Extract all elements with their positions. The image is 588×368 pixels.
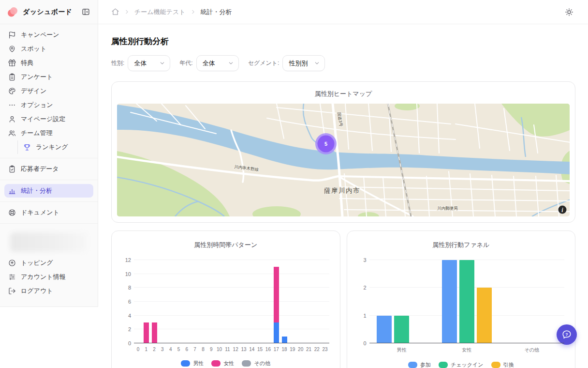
filter-bar: 性別:全体年代:全体セグメント:性別別 (111, 55, 575, 71)
map-label-poi: 川内郵便局 (437, 206, 458, 211)
bar-1-女性[interactable] (144, 322, 149, 343)
trophy-icon (23, 143, 31, 151)
sidebar-header: ダッシュボード (0, 0, 98, 24)
sidebar-item-campaign[interactable]: キャンペーン (4, 28, 93, 42)
bar-女性-参加[interactable] (442, 260, 457, 343)
x-tick-label: 20 (296, 347, 305, 352)
legend-item-チェックイン[interactable]: チェックイン (439, 361, 484, 368)
time-pattern-chart: 0246810120123456789101112131415161718192… (119, 260, 332, 367)
sidebar-item-ranking[interactable]: ランキング (17, 140, 93, 154)
page-title: 属性別行動分析 (111, 36, 575, 47)
y-tick-label: 4 (118, 313, 131, 319)
legend-label: 女性 (223, 360, 234, 367)
x-tick-label: 女性 (434, 347, 500, 353)
sidebar-item-label: 応募者データ (21, 165, 59, 173)
heatmap-card: 属性別ヒートマップ (111, 81, 575, 223)
y-tick-label: 1 (354, 313, 367, 319)
bars-layer (134, 260, 329, 343)
sidebar-item-logout[interactable]: ログアウト (4, 284, 93, 298)
funnel-card: 属性別行動ファネル 0123男性女性その他参加チェックイン引換 セグメント参加→… (347, 230, 576, 368)
sidebar-item-label: 統計・分析 (21, 186, 52, 195)
bar-slot-22 (313, 260, 321, 343)
map-attribution-icon[interactable]: i (559, 206, 567, 214)
sidebar-item-label: ドキュメント (21, 208, 59, 217)
time-pattern-title: 属性別時間帯パターン (119, 237, 332, 257)
sidebar-item-label: オプション (21, 101, 53, 109)
bar-slot-4 (166, 260, 175, 343)
legend-swatch (211, 360, 220, 367)
sidebar-item-spot[interactable]: スポット (4, 42, 93, 56)
bar-男性-チェックイン[interactable] (394, 316, 409, 343)
sidebar-item-design[interactable]: デザイン (4, 84, 93, 98)
bar-男性-参加[interactable] (377, 316, 392, 343)
x-tick-label: 7 (191, 347, 199, 352)
bar-slot-13 (240, 260, 248, 343)
bar-slot-7 (191, 260, 199, 343)
y-tick-label: 10 (118, 271, 131, 277)
chevron-right-icon (190, 9, 196, 15)
filter-value-gender: 全体 (134, 59, 147, 68)
sidebar-item-topping[interactable]: トッピング (4, 256, 93, 270)
log-out-icon (8, 287, 16, 295)
chart-plot: 024681012 (134, 260, 329, 343)
bar-女性-引換[interactable] (477, 288, 492, 343)
bar-17-男性[interactable] (274, 322, 279, 343)
sidebar-item-team-management[interactable]: チーム管理 (4, 126, 93, 140)
bar-slot-15 (256, 260, 264, 343)
sidebar-item-option[interactable]: オプション (4, 98, 93, 112)
sidebar-section-analytics: 統計・分析 (0, 180, 98, 201)
chart-legend: 参加チェックイン引換 (355, 361, 568, 368)
svg-text:?: ? (565, 332, 568, 337)
filter-select-gender[interactable]: 全体 (128, 55, 170, 71)
ellipsis-icon (8, 101, 16, 109)
bar-slot-6 (183, 260, 191, 343)
x-tick-label: 22 (313, 347, 321, 352)
bar-女性-チェックイン[interactable] (459, 260, 474, 343)
map-canvas[interactable]: 薩摩川内市 国道3号 川内串木野線 川内郵便局 5 (117, 104, 570, 216)
bar-slot-20 (296, 260, 305, 343)
sidebar-item-mypage-settings[interactable]: マイページ設定 (4, 112, 93, 126)
breadcrumb-item-team[interactable]: チーム機能テスト (134, 8, 186, 16)
legend-swatch (181, 360, 190, 367)
home-icon[interactable] (111, 8, 119, 16)
x-tick-label: 23 (321, 347, 329, 352)
sidebar-item-benefit[interactable]: 特典 (4, 56, 93, 70)
palette-icon (8, 87, 16, 95)
x-tick-label: 0 (134, 347, 142, 352)
filter-select-age[interactable]: 全体 (196, 55, 239, 71)
clipboard-check-icon (8, 165, 16, 173)
sidebar-item-label: チーム管理 (21, 129, 53, 138)
x-tick-label: その他 (500, 347, 565, 353)
bar-group-その他 (500, 260, 565, 343)
filter-label-gender: 性別: (111, 59, 124, 67)
sidebar-item-label: トッピング (21, 259, 53, 267)
x-tick-label: 6 (183, 347, 191, 352)
x-tick-label: 21 (305, 347, 313, 352)
legend-item-引換[interactable]: 引換 (491, 361, 514, 368)
sidebar-item-survey[interactable]: アンケート (4, 70, 93, 84)
legend-item-参加[interactable]: 参加 (408, 361, 431, 368)
sidebar-item-documents[interactable]: ドキュメント (4, 206, 93, 219)
bar-17-女性[interactable] (274, 267, 279, 322)
bar-2-女性[interactable] (152, 322, 157, 343)
legend-swatch (242, 360, 251, 367)
map-cluster-marker[interactable]: 5 (315, 133, 337, 154)
legend-item-男性[interactable]: 男性 (181, 360, 204, 367)
bar-stack-2 (152, 322, 157, 343)
theme-toggle-sun-icon[interactable] (563, 6, 575, 18)
legend-item-その他[interactable]: その他 (242, 360, 270, 367)
filter-select-segment[interactable]: 性別別 (282, 55, 325, 71)
bar-group-男性 (369, 260, 435, 343)
bar-stack-1 (144, 322, 149, 343)
sidebar-item-account-info[interactable]: アカウント情報 (4, 270, 93, 284)
sidebar-item-statistics-analysis[interactable]: 統計・分析 (4, 184, 93, 198)
bar-18-男性[interactable] (282, 337, 287, 343)
chart-legend: 男性女性その他 (119, 360, 332, 367)
bar-slot-17 (272, 260, 280, 343)
sidebar-item-applicant-data[interactable]: 応募者データ (4, 162, 93, 176)
x-tick-label: 14 (248, 347, 256, 352)
y-tick-label: 2 (118, 326, 131, 332)
legend-item-女性[interactable]: 女性 (211, 360, 234, 367)
x-tick-label: 13 (240, 347, 248, 352)
sidebar-collapse-button[interactable] (81, 7, 91, 17)
